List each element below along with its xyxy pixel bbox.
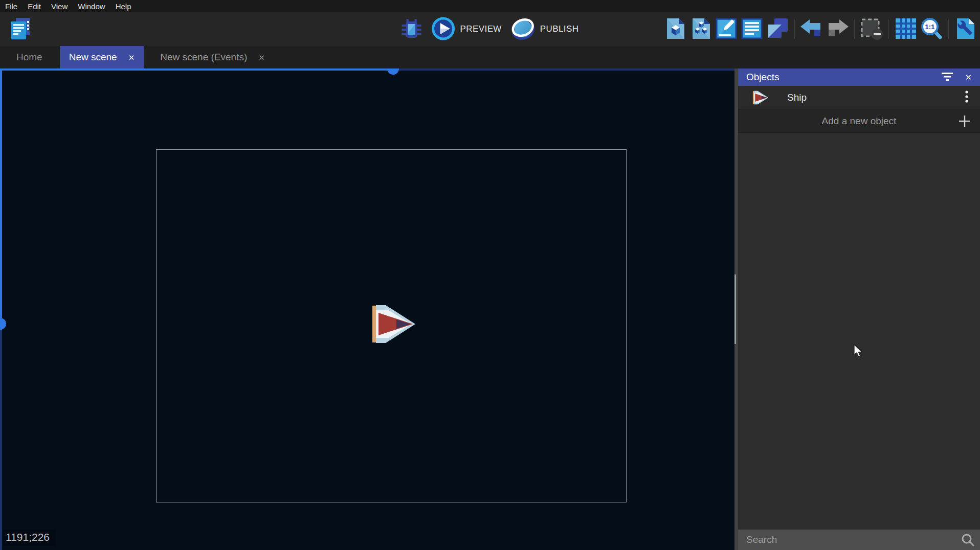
toggle-grid-button[interactable] [894, 15, 918, 43]
menu-item-view[interactable]: View [51, 2, 68, 11]
globe-sphere-icon [511, 16, 536, 42]
close-panel-button[interactable]: ✕ [965, 73, 972, 82]
gdevelop-window: File Edit View Window Help [0, 0, 980, 550]
menu-item-help[interactable]: Help [116, 2, 131, 11]
ship-sprite-instance[interactable] [372, 304, 415, 344]
editor-tab-bar: Home New scene ✕ New scene (Events) ✕ [0, 46, 980, 68]
scene-canvas[interactable]: 1191;226 [0, 68, 734, 550]
objects-panel-header: Objects ✕ [738, 68, 980, 86]
horizontal-scrollbar-thumb[interactable] [387, 68, 399, 75]
menu-item-file[interactable]: File [5, 2, 17, 11]
mouse-cursor [853, 344, 863, 360]
zoom-1-1-icon: 1:1 [919, 16, 944, 42]
redo-button[interactable] [825, 15, 850, 43]
vertical-scrollbar[interactable] [0, 68, 2, 318]
toolbar-center-group: PREVIEW [399, 12, 581, 46]
setup-grid-button[interactable] [953, 15, 978, 43]
setup-grid-icon [954, 17, 977, 42]
svg-text:1:1: 1:1 [925, 23, 935, 31]
object-list-item-ship[interactable]: Ship [738, 86, 980, 109]
tab-new-scene-events-label: New scene (Events) [160, 52, 247, 63]
objects-panel-body [738, 133, 980, 530]
objects-panel: Objects ✕ [738, 68, 980, 550]
toolbar-separator [854, 19, 855, 39]
layers-icon [766, 17, 789, 42]
add-new-object-label: Add a new object [746, 116, 957, 127]
tab-new-scene-label: New scene [69, 52, 117, 63]
preview-label: PREVIEW [460, 24, 502, 34]
tab-new-scene-events[interactable]: New scene (Events) ✕ [151, 46, 274, 68]
filter-icon [941, 72, 954, 83]
toolbar-separator [948, 19, 949, 39]
vertical-scrollbar-track[interactable] [0, 329, 2, 550]
objects-search-bar [738, 530, 980, 550]
project-manager-icon [9, 17, 32, 42]
debug-button[interactable] [399, 15, 424, 43]
tab-home-label: Home [16, 52, 42, 63]
project-manager-button[interactable] [8, 15, 33, 43]
redo-icon [825, 19, 850, 40]
debug-bug-icon [400, 17, 424, 42]
zoom-1-1-button[interactable]: 1:1 [919, 15, 944, 43]
toolbar-separator [794, 19, 795, 39]
canvas-right-scrollbar-thumb[interactable] [734, 274, 736, 344]
more-vert-icon [965, 90, 969, 105]
deselect-instances-button[interactable] [859, 15, 884, 43]
publish-label: PUBLISH [540, 24, 579, 34]
publish-button[interactable]: PUBLISH [509, 16, 581, 42]
close-icon[interactable]: ✕ [258, 54, 265, 61]
ship-thumbnail-icon [752, 90, 770, 105]
search-icon [961, 533, 975, 549]
menu-item-edit[interactable]: Edit [28, 2, 41, 11]
add-new-object-button[interactable]: Add a new object [738, 109, 980, 133]
cursor-coordinates: 1191;226 [3, 530, 56, 546]
close-icon[interactable]: ✕ [128, 54, 135, 61]
play-circle-icon [431, 16, 456, 42]
horizontal-scrollbar[interactable] [0, 68, 388, 71]
toolbar-separator [888, 19, 889, 39]
filter-button[interactable] [941, 72, 954, 83]
main-toolbar: PREVIEW [0, 12, 980, 46]
object-groups-icon [689, 17, 712, 42]
undo-button[interactable] [799, 15, 824, 43]
toolbar-right-group: 1:1 [663, 12, 978, 46]
open-properties-button[interactable] [714, 15, 739, 43]
open-instances-list-button[interactable] [740, 15, 764, 43]
preview-button[interactable]: PREVIEW [429, 16, 504, 42]
instances-list-icon [740, 17, 764, 42]
object-name: Ship [787, 92, 963, 103]
vertical-scrollbar-thumb[interactable] [0, 318, 6, 330]
plus-icon[interactable] [957, 114, 972, 128]
toggle-grid-icon [895, 17, 917, 41]
tab-home[interactable]: Home [6, 46, 53, 68]
tab-new-scene[interactable]: New scene ✕ [60, 46, 144, 68]
horizontal-scrollbar-track[interactable] [399, 68, 734, 71]
menu-bar: File Edit View Window Help [0, 0, 980, 12]
open-object-groups-button[interactable] [688, 15, 713, 43]
object-more-options-button[interactable] [963, 90, 971, 105]
objects-panel-title: Objects [746, 72, 929, 83]
panel-splitter[interactable] [734, 68, 738, 550]
deselect-instances-icon [859, 17, 884, 42]
open-layers-button[interactable] [765, 15, 790, 43]
open-objects-editor-button[interactable] [663, 15, 687, 43]
menu-item-window[interactable]: Window [78, 2, 105, 11]
search-input[interactable] [738, 534, 980, 545]
objects-editor-icon [663, 17, 687, 42]
properties-icon [715, 17, 738, 42]
undo-icon [799, 19, 824, 40]
